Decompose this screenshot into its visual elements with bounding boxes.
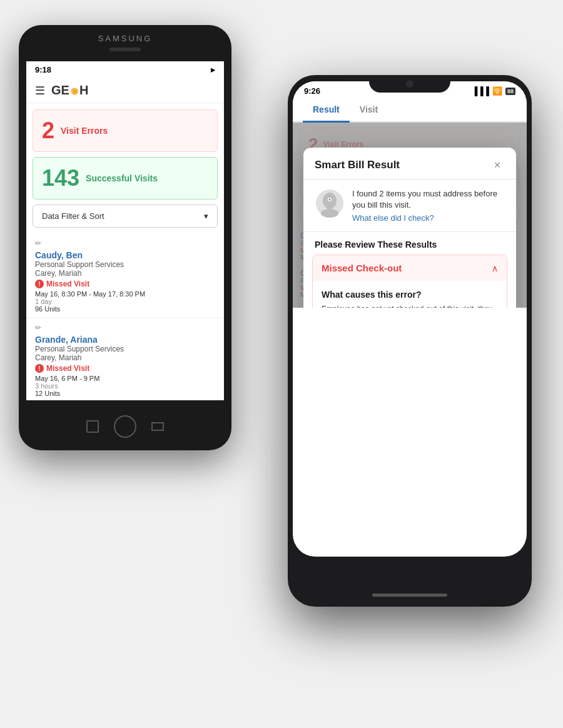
visit-item-1[interactable]: ✏ Caudy, Ben Personal Support Services C… <box>26 234 224 318</box>
data-filter-label: Data Filter & Sort <box>42 211 104 221</box>
modal-ai-row: ! I found 2 items you must address befor… <box>303 179 516 232</box>
client-2: Carey, Mariah <box>35 353 215 362</box>
missed-visit-badge-1: ! Missed Visit <box>35 280 215 288</box>
iphone-screen: 9:26 ▐▐▐ 🛜 88 Result Visit 2 Visit Error… <box>293 81 527 557</box>
visit-time-1: May 16, 8:30 PM - May 17, 8:30 PM <box>35 290 215 298</box>
visit-success-label: Successful Visits <box>86 173 158 183</box>
accordion-body: What causes this error? Employee has not… <box>313 281 507 308</box>
iphone-status-right: ▐▐▐ 🛜 88 <box>472 86 515 96</box>
samsung-screen: 9:18 ▸ ☰ GE◉H 2 Visit Errors 143 Success… <box>26 61 224 400</box>
wifi-icon: 🛜 <box>492 86 502 96</box>
samsung-status-bar: 9:18 ▸ <box>26 61 224 78</box>
visit-errors-card[interactable]: 2 Visit Errors <box>33 109 218 152</box>
app-logo: GE◉H <box>51 83 88 98</box>
ai-avatar-icon: ! <box>315 188 345 218</box>
samsung-brand-label: SAMSUNG <box>98 34 153 43</box>
visit-time-2: May 16, 6 PM - 9 PM <box>35 375 215 382</box>
visit-success-card[interactable]: 143 Successful Visits <box>33 157 218 200</box>
modal-header: Smart Bill Result × <box>303 148 516 179</box>
missed-icon-2: ! <box>35 364 44 373</box>
samsung-home-bar <box>86 415 164 438</box>
modal-title: Smart Bill Result <box>315 159 400 171</box>
battery-icon: 88 <box>505 88 515 95</box>
service-2: Personal Support Services <box>35 345 215 353</box>
modal-ai-text: I found 2 items you must address before … <box>352 188 505 223</box>
cause-body: Employee has not yet checked-out of this… <box>322 303 498 308</box>
logo-ge: GE <box>51 83 69 98</box>
modal-close-button[interactable]: × <box>490 158 505 173</box>
missed-checkout-accordion[interactable]: Missed Check-out ∧ What causes this erro… <box>312 255 507 308</box>
menu-icon[interactable]: ☰ <box>35 84 45 98</box>
filter-chevron-icon: ▾ <box>204 211 208 221</box>
modal-review-title: Please Review These Results <box>303 232 516 255</box>
accordion-header[interactable]: Missed Check-out ∧ <box>313 255 507 281</box>
visit-item-2[interactable]: ✏ Grande, Ariana Personal Support Servic… <box>26 318 224 400</box>
edit-icon-2: ✏ <box>35 323 215 332</box>
samsung-phone: SAMSUNG 9:18 ▸ ☰ GE◉H 2 Visit Errors 143… <box>19 25 231 450</box>
samsung-home-button[interactable] <box>114 415 136 438</box>
tab-result[interactable]: Result <box>303 98 350 123</box>
app-header: ☰ GE◉H <box>26 78 224 103</box>
samsung-time: 9:18 <box>35 65 51 74</box>
logo-h: H <box>79 83 88 98</box>
samsung-speaker <box>109 48 141 51</box>
accordion-title: Missed Check-out <box>322 263 402 273</box>
iphone-time: 9:26 <box>304 86 320 96</box>
visit-success-count: 143 <box>42 165 79 191</box>
visit-error-count: 2 <box>42 118 54 144</box>
cause-title: What causes this error? <box>322 290 498 300</box>
samsung-back-button[interactable] <box>86 420 99 433</box>
visit-error-label: Visit Errors <box>61 126 108 136</box>
modal-ai-message: I found 2 items you must address before … <box>352 188 505 211</box>
svg-point-3 <box>321 209 338 218</box>
client-1: Carey, Mariah <box>35 269 215 278</box>
smart-bill-modal-overlay: Smart Bill Result × <box>293 123 527 308</box>
samsung-nav: ▸ <box>211 65 215 74</box>
missed-label-1: Missed Visit <box>46 280 89 288</box>
accordion-chevron-icon: ∧ <box>492 263 498 273</box>
visit-units-1: 96 Units <box>35 305 215 313</box>
samsung-recent-button[interactable] <box>151 422 164 431</box>
smart-bill-modal-box: Smart Bill Result × <box>303 148 516 308</box>
iphone: 9:26 ▐▐▐ 🛜 88 Result Visit 2 Visit Error… <box>288 75 532 607</box>
service-1: Personal Support Services <box>35 260 215 269</box>
iphone-notch <box>369 75 450 93</box>
edit-icon-1: ✏ <box>35 239 215 248</box>
missed-icon-1: ! <box>35 280 44 288</box>
missed-label-2: Missed Visit <box>46 364 89 373</box>
tab-visit[interactable]: Visit <box>350 98 388 123</box>
iphone-content: 2 Visit Errors 143 Successful Visits Dat… <box>293 123 527 308</box>
logo-pin-icon: ◉ <box>71 86 78 96</box>
tabs-bar: Result Visit <box>293 98 527 123</box>
visit-duration-2: 3 hours <box>35 382 215 390</box>
modal-ai-link[interactable]: What else did I check? <box>352 213 505 223</box>
signal-icon: ▐▐▐ <box>472 86 489 96</box>
iphone-home-indicator[interactable] <box>372 594 447 597</box>
missed-visit-badge-2: ! Missed Visit <box>35 364 215 373</box>
visit-duration-1: 1 day <box>35 298 215 305</box>
employee-name-2: Grande, Ariana <box>35 335 215 345</box>
visit-units-2: 12 Units <box>35 390 215 397</box>
data-filter-button[interactable]: Data Filter & Sort ▾ <box>33 205 218 228</box>
employee-name-1: Caudy, Ben <box>35 250 215 260</box>
iphone-camera <box>406 80 413 88</box>
svg-point-5 <box>329 199 331 201</box>
